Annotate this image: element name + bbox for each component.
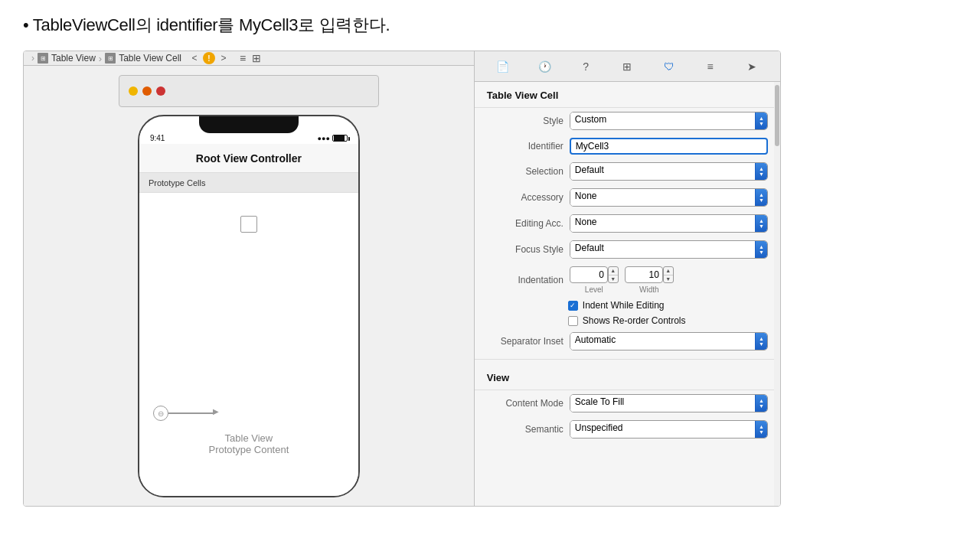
width-stepper-down[interactable]: ▼ [664,276,673,283]
content-mode-control[interactable]: Scale To Fill ▲ ▼ [570,394,768,412]
semantic-value: Unspecified [570,421,755,438]
signal-icon: ●●● [318,135,330,142]
style-arrows[interactable]: ▲ ▼ [755,112,767,129]
battery-fill [334,135,345,141]
level-sublabel: Level [585,285,603,294]
content-mode-row: Content Mode Scale To Fill ▲ ▼ [475,390,780,416]
content-mode-arrows[interactable]: ▲ ▼ [755,395,767,412]
separator-inset-arrows[interactable]: ▲ ▼ [755,333,767,350]
nav-back[interactable]: < [188,51,201,65]
segue-circle: ⊖ [153,406,168,421]
accessory-arrows[interactable]: ▲ ▼ [755,189,767,206]
section-header-label: Prototype Cells [149,178,206,187]
indentation-group: ▲ ▼ Level ▲ [570,266,674,294]
scrollbar[interactable] [774,82,780,506]
doc-icon[interactable]: 📄 [492,56,514,77]
arrow-up: ▲ [759,336,764,341]
level-stepper-row: ▲ ▼ [570,266,619,283]
section-header: Prototype Cells [139,173,358,193]
indentation-level-input[interactable] [570,266,608,283]
level-stepper-up[interactable]: ▲ [609,267,618,276]
clock-icon[interactable]: 🕐 [534,56,555,77]
arrow-icon[interactable]: ➤ [741,56,763,77]
identifier-input[interactable] [570,138,768,155]
accessory-select[interactable]: None ▲ ▼ [570,188,768,207]
list-icon[interactable]: ≡ [700,56,721,77]
width-stepper-up[interactable]: ▲ [664,267,673,276]
content-mode-label: Content Mode [487,398,564,409]
breadcrumb-table-view[interactable]: ⊞ Table View [38,53,96,64]
width-stepper[interactable]: ▲ ▼ [663,266,674,283]
indentation-control: ▲ ▼ Level ▲ [570,266,768,294]
semantic-label: Semantic [487,424,564,435]
semantic-row: Semantic Unspecified ▲ ▼ [475,416,780,442]
phone-notch [199,116,299,133]
indentation-width-input[interactable] [625,266,663,283]
editing-acc-control[interactable]: None ▲ ▼ [570,214,768,233]
cell-placeholder [240,216,257,233]
style-control[interactable]: Custom ▲ ▼ [570,112,768,130]
focus-style-control[interactable]: Default ▲ ▼ [570,240,768,259]
editing-acc-label: Editing Acc. [487,218,564,229]
indentation-level-item: ▲ ▼ Level [570,266,619,294]
nav-title: Root View Controller [196,152,302,165]
toolbar-icons: ≡ ⊞ [240,52,261,64]
add-icon[interactable]: ⊞ [252,52,261,64]
editing-acc-arrows[interactable]: ▲ ▼ [755,215,767,232]
dot-red [156,86,165,96]
breadcrumb-table-view-cell[interactable]: ⊞ Table View Cell [105,53,181,64]
focus-style-value: Default [570,241,755,258]
arrow-down: ▼ [759,429,764,435]
level-stepper-down[interactable]: ▼ [609,276,618,283]
semantic-select[interactable]: Unspecified ▲ ▼ [570,420,768,439]
reorder-checkbox[interactable] [568,316,578,326]
inspector-toolbar: 📄 🕐 ? ⊞ 🛡 ≡ ➤ [475,51,780,82]
arrow-up: ▲ [759,398,764,403]
breadcrumb-label-1: Table View [51,53,96,64]
question-icon[interactable]: ? [575,56,596,77]
arrow-down: ▼ [759,223,764,229]
semantic-control[interactable]: Unspecified ▲ ▼ [570,420,768,439]
selection-arrows[interactable]: ▲ ▼ [755,163,767,180]
content-mode-select[interactable]: Scale To Fill ▲ ▼ [570,394,768,412]
accessory-control[interactable]: None ▲ ▼ [570,188,768,207]
table-view-cell-icon: ⊞ [105,53,116,64]
dot-yellow [129,86,138,96]
table-view-icon: ⊞ [38,53,48,64]
separator-inset-row: Separator Inset Automatic ▲ ▼ [475,328,780,354]
level-stepper[interactable]: ▲ ▼ [608,266,619,283]
dot-orange [142,86,152,96]
table-view-label: Table View Prototype Content [209,432,289,455]
editing-acc-value: None [570,215,755,232]
width-sublabel: Width [639,285,659,294]
separator-inset-select[interactable]: Automatic ▲ ▼ [570,332,768,350]
list-icon[interactable]: ≡ [240,52,246,64]
identifier-control[interactable] [570,138,768,155]
scrollbar-thumb[interactable] [775,85,779,146]
semantic-arrows[interactable]: ▲ ▼ [755,421,767,438]
nav-bar: Root View Controller [139,144,358,173]
arrow-down: ▼ [759,197,764,203]
time-display: 9:41 [150,134,165,142]
focus-style-select[interactable]: Default ▲ ▼ [570,240,768,259]
selection-select[interactable]: Default ▲ ▼ [570,162,768,181]
editing-acc-select[interactable]: None ▲ ▼ [570,214,768,233]
identifier-row: Identifier [475,134,780,158]
indent-editing-checkbox[interactable] [568,301,578,311]
breadcrumb-label-2: Table View Cell [119,53,181,64]
arrow-up: ▲ [759,424,764,429]
selection-control[interactable]: Default ▲ ▼ [570,162,768,181]
separator-inset-control[interactable]: Automatic ▲ ▼ [570,332,768,350]
right-panel: 📄 🕐 ? ⊞ 🛡 ≡ ➤ Table View Cell Style Cust… [475,51,780,506]
arrow-up: ▲ [759,192,764,197]
breadcrumb-sep-1: › [31,53,34,64]
style-value: Custom [570,112,755,129]
grid-icon[interactable]: ⊞ [616,56,638,77]
style-select[interactable]: Custom ▲ ▼ [570,112,768,130]
status-right: ●●● [318,135,348,142]
focus-style-arrows[interactable]: ▲ ▼ [755,241,767,258]
indentation-width-item: ▲ ▼ Width [625,266,674,294]
nav-forward[interactable]: > [217,51,230,65]
shield-icon[interactable]: 🛡 [658,56,680,77]
bullet: • [23,15,28,34]
